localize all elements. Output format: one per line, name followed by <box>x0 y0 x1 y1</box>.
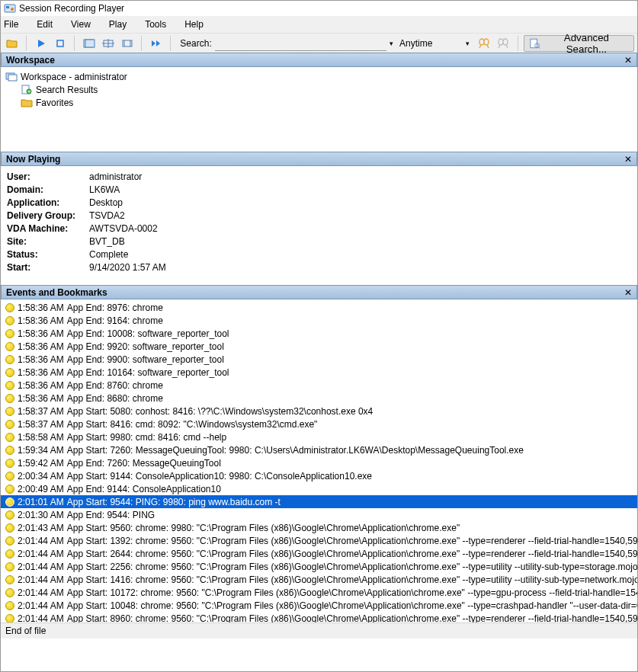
event-row[interactable]: 1:58:58 AM App Start: 9980: cmd: 8416: c… <box>1 430 637 443</box>
event-time: 1:58:36 AM <box>18 328 64 339</box>
event-time: 1:58:36 AM <box>18 380 64 391</box>
event-time: 1:58:58 AM <box>18 432 64 443</box>
event-row[interactable]: 1:58:36 AM App End: 9164: chrome <box>1 314 637 327</box>
event-row[interactable]: 2:00:34 AM App Start: 9144: ConsoleAppli… <box>1 469 637 482</box>
event-dot-icon <box>5 368 14 377</box>
close-icon[interactable]: ✕ <box>624 154 632 165</box>
event-row[interactable]: 2:00:49 AM App End: 9144: ConsoleApplica… <box>1 482 637 495</box>
event-text: App Start: 10172: chrome: 9560: "C:\Prog… <box>67 587 637 598</box>
np-user-value: administrator <box>89 171 142 184</box>
event-row[interactable]: 1:58:36 AM App End: 8760: chrome <box>1 379 637 392</box>
window-title: Session Recording Player <box>19 3 124 14</box>
event-text: App End: 8760: chrome <box>67 380 163 391</box>
menu-tools[interactable]: Tools <box>145 19 166 30</box>
favorites-node[interactable]: Favorites <box>5 96 633 109</box>
events-panel-title: Events and Bookmarks <box>6 287 107 298</box>
workspace-root-node[interactable]: Workspace - administrator <box>5 70 633 83</box>
workspace-root-label: Workspace - administrator <box>21 72 127 82</box>
event-text: App Start: 9560: chrome: 9980: "C:\Progr… <box>67 523 460 533</box>
event-row[interactable]: 2:01:44 AM App Start: 8960: chrome: 9560… <box>1 612 637 622</box>
event-row[interactable]: 2:01:44 AM App Start: 1392: chrome: 9560… <box>1 534 637 547</box>
separator <box>74 36 75 51</box>
event-text: App End: 7260: MessageQueuingTool <box>67 458 221 469</box>
event-row[interactable]: 1:58:36 AM App End: 8680: chrome <box>1 392 637 405</box>
np-site-value: BVT_DB <box>89 235 125 248</box>
workspace-icon <box>5 72 18 82</box>
close-icon[interactable]: ✕ <box>624 287 632 298</box>
toolbar: Search: ▾ Anytime ▾ Advanced Search... <box>1 33 637 53</box>
event-row[interactable]: 2:01:01 AM App Start: 9544: PING: 9980: … <box>1 495 637 508</box>
search-results-node[interactable]: Search Results <box>5 83 633 96</box>
event-row[interactable]: 2:01:44 AM App Start: 10048: chrome: 956… <box>1 599 637 612</box>
event-dot-icon <box>5 420 14 429</box>
tool-button-2[interactable] <box>100 35 116 52</box>
np-delivery-group-value: TSVDA2 <box>89 210 125 222</box>
separator <box>518 36 518 51</box>
event-dot-icon <box>5 575 14 584</box>
search-go-button[interactable] <box>476 35 492 52</box>
menu-edit[interactable]: Edit <box>37 19 53 30</box>
play-button[interactable] <box>33 35 49 52</box>
events-list[interactable]: 1:58:36 AM App End: 8976: chrome1:58:36 … <box>1 299 637 622</box>
event-text: App End: 9544: PING <box>67 510 155 520</box>
event-row[interactable]: 1:58:36 AM App End: 10164: software_repo… <box>1 366 637 379</box>
event-text: App Start: 2256: chrome: 9560: "C:\Progr… <box>67 562 637 572</box>
event-row[interactable]: 2:01:44 AM App Start: 1416: chrome: 9560… <box>1 573 637 586</box>
stop-button[interactable] <box>52 35 68 52</box>
menu-view[interactable]: View <box>71 19 91 30</box>
menu-play[interactable]: Play <box>109 19 127 30</box>
svg-rect-11 <box>8 75 17 81</box>
event-row[interactable]: 2:01:44 AM App Start: 2644: chrome: 9560… <box>1 547 637 560</box>
event-row[interactable]: 1:58:37 AM App Start: 8416: cmd: 8092: "… <box>1 418 637 430</box>
np-application-value: Desktop <box>89 197 123 210</box>
event-dot-icon <box>5 498 14 507</box>
event-time: 1:58:37 AM <box>18 419 64 430</box>
event-row[interactable]: 1:58:37 AM App Start: 5080: conhost: 841… <box>1 405 637 418</box>
search-input[interactable] <box>215 36 386 51</box>
event-dot-icon <box>5 316 14 325</box>
chevron-down-icon: ▾ <box>466 40 470 47</box>
event-text: App Start: 1392: chrome: 9560: "C:\Progr… <box>67 536 637 546</box>
fast-forward-button[interactable] <box>148 35 164 52</box>
workspace-tree: Workspace - administrator Search Results… <box>1 67 637 152</box>
separator <box>170 36 171 51</box>
event-dot-icon <box>5 601 14 610</box>
event-row[interactable]: 1:58:36 AM App End: 10008: software_repo… <box>1 327 637 340</box>
advanced-search-button[interactable]: Advanced Search... <box>524 35 634 52</box>
event-row[interactable]: 1:59:34 AM App Start: 7260: MessageQueui… <box>1 443 637 456</box>
event-row[interactable]: 1:59:42 AM App End: 7260: MessageQueuing… <box>1 456 637 469</box>
event-dot-icon <box>5 446 14 455</box>
event-time: 2:00:49 AM <box>18 484 64 494</box>
open-button[interactable] <box>4 35 20 52</box>
app-icon <box>4 2 16 14</box>
event-dot-icon <box>5 381 14 390</box>
event-row[interactable]: 1:58:36 AM App End: 9920: software_repor… <box>1 340 637 353</box>
tool-button-1[interactable] <box>81 35 97 52</box>
workspace-panel-header: Workspace ✕ <box>1 53 637 67</box>
time-filter-dropdown[interactable]: Anytime ▾ <box>396 38 473 49</box>
event-row[interactable]: 2:01:43 AM App Start: 9560: chrome: 9980… <box>1 521 637 534</box>
menu-help[interactable]: Help <box>184 19 204 30</box>
nowplaying-panel-header: Now Playing ✕ <box>1 152 637 166</box>
event-row[interactable]: 1:58:36 AM App End: 8976: chrome <box>1 301 637 314</box>
event-text: App Start: 9144: ConsoleApplication10: 9… <box>67 471 372 482</box>
np-vda-machine-label: VDA Machine: <box>7 222 89 235</box>
np-user-label: User: <box>7 171 89 184</box>
event-time: 1:58:36 AM <box>18 302 64 313</box>
search-dropdown-icon[interactable]: ▾ <box>390 40 393 47</box>
event-text: App Start: 8416: cmd: 8092: "C:\Windows\… <box>67 419 318 430</box>
close-icon[interactable]: ✕ <box>624 55 632 66</box>
event-dot-icon <box>5 510 14 520</box>
tool-button-3[interactable] <box>119 35 135 52</box>
event-row[interactable]: 2:01:44 AM App Start: 10172: chrome: 956… <box>1 586 637 599</box>
event-dot-icon <box>5 459 14 468</box>
workspace-panel-title: Workspace <box>6 55 55 66</box>
event-row[interactable]: 2:01:30 AM App End: 9544: PING <box>1 508 637 521</box>
nowplaying-panel-title: Now Playing <box>6 154 60 165</box>
menu-file[interactable]: File <box>4 19 18 30</box>
event-text: App End: 10008: software_reporter_tool <box>67 328 229 339</box>
event-row[interactable]: 2:01:44 AM App Start: 2256: chrome: 9560… <box>1 560 637 573</box>
separator <box>26 36 27 51</box>
event-row[interactable]: 1:58:36 AM App End: 9900: software_repor… <box>1 353 637 366</box>
svg-point-2 <box>11 8 14 11</box>
